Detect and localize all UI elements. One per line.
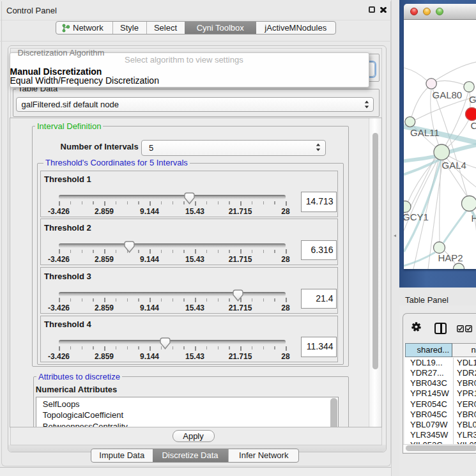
svg-text:GAL4: GAL4 (441, 159, 466, 170)
svg-text:GAL11: GAL11 (410, 127, 440, 138)
svg-text:GAL: GAL (469, 93, 476, 104)
svg-text:HAP2: HAP2 (438, 252, 463, 263)
svg-text:HIS4: HIS4 (471, 213, 476, 224)
svg-text:GCY1: GCY1 (404, 211, 429, 222)
svg-text:GAL80: GAL80 (432, 89, 462, 100)
svg-text:CDC: CDC (470, 119, 476, 130)
